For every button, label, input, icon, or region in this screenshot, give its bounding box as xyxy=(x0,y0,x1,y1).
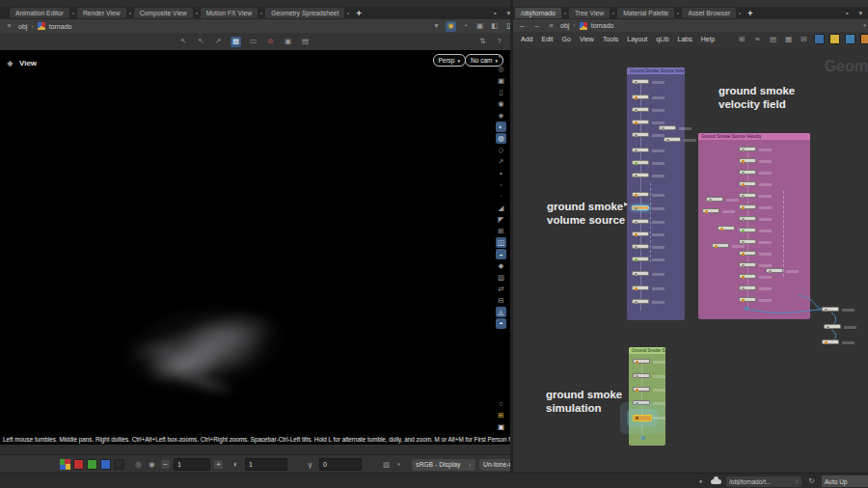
tab-composite-view[interactable]: Composite View xyxy=(134,8,193,18)
customize-toolbar-icon[interactable]: ⊞ xyxy=(737,34,747,44)
material-icon[interactable]: ▥ xyxy=(496,272,506,283)
channel-green-icon[interactable] xyxy=(87,459,97,470)
tab-tree-view[interactable]: Tree View xyxy=(569,8,610,18)
gamma-field[interactable]: 0 xyxy=(319,458,362,471)
breadcrumb-node[interactable]: tornado xyxy=(49,23,72,30)
tab-asset-browser[interactable]: Asset Browser xyxy=(682,8,736,18)
notes-icon[interactable] xyxy=(860,34,868,44)
tab-motion-fx-view[interactable]: Motion FX View xyxy=(201,8,258,18)
graph-node[interactable] xyxy=(739,181,756,186)
graph-node[interactable] xyxy=(633,359,650,364)
grid-snap-icon[interactable]: ⊟ xyxy=(799,34,809,44)
ghost-objects-icon[interactable]: ⊘ xyxy=(265,37,276,47)
info-icon[interactable]: ○ xyxy=(496,398,506,409)
auto-update-select[interactable]: Auto Up xyxy=(822,475,868,487)
camera-view-icon[interactable]: ▣ xyxy=(283,37,293,47)
tab-network-obj-tornado[interactable]: /obj/tornado xyxy=(515,8,561,18)
graph-node[interactable] xyxy=(632,148,649,152)
tab-animation-editor[interactable]: Animation Editor xyxy=(10,8,69,18)
graph-node[interactable] xyxy=(632,271,649,276)
graph-node[interactable] xyxy=(739,228,756,232)
graph-node[interactable] xyxy=(633,373,650,378)
select-mode-icon[interactable]: ↖ xyxy=(196,37,206,47)
graph-node[interactable] xyxy=(739,193,756,198)
graph-node[interactable] xyxy=(822,307,839,312)
primitive-normals-icon[interactable]: ◤ xyxy=(496,214,506,225)
gamma-icon[interactable]: γ xyxy=(305,459,315,470)
tab-material-palette[interactable]: Material Palette xyxy=(617,8,674,18)
graph-node[interactable] xyxy=(632,132,649,137)
graph-node[interactable]: × xyxy=(637,434,649,442)
graph-node[interactable] xyxy=(739,239,756,244)
graph-node[interactable] xyxy=(632,285,649,290)
channel-red-icon[interactable] xyxy=(73,459,84,470)
graph-node[interactable] xyxy=(632,160,649,165)
chevron-down-icon[interactable]: ▾ xyxy=(859,20,868,31)
graph-node[interactable] xyxy=(822,339,839,344)
brightness-icon[interactable]: ◉ xyxy=(147,459,157,470)
menu-labs[interactable]: Labs xyxy=(678,36,692,42)
graph-node[interactable] xyxy=(632,219,649,224)
graph-node[interactable] xyxy=(632,173,649,177)
tab-geometry-spreadsheet[interactable]: Geometry Spreadsheet xyxy=(265,8,344,18)
menu-tools[interactable]: Tools xyxy=(603,36,618,42)
menu-view[interactable]: View xyxy=(580,36,594,42)
graph-node[interactable] xyxy=(718,226,735,230)
graph-node[interactable] xyxy=(739,158,756,163)
tab-render-view[interactable]: Render View xyxy=(77,8,126,18)
graph-node[interactable] xyxy=(739,274,756,279)
graph-node[interactable] xyxy=(632,244,649,249)
normals-icon[interactable]: ↗ xyxy=(496,156,506,167)
graph-node[interactable] xyxy=(712,243,729,248)
graph-node[interactable]: × xyxy=(741,305,752,312)
graph-node[interactable] xyxy=(632,79,649,84)
graph-node[interactable] xyxy=(739,262,756,267)
pane-maximize-icon[interactable]: ▪ xyxy=(490,8,501,18)
contrast-field[interactable]: 1 xyxy=(245,458,287,471)
status-path-select[interactable]: /obj/tornado/t... ↕ xyxy=(726,476,801,487)
vertex-markers-icon[interactable]: ⊞ xyxy=(496,226,506,236)
graph-node[interactable] xyxy=(632,95,649,99)
ghost-other-objects-icon[interactable]: ◎ xyxy=(496,64,506,74)
graph-node[interactable] xyxy=(633,415,652,421)
graph-node[interactable] xyxy=(739,251,756,256)
history-icon[interactable]: ◔ xyxy=(460,21,471,32)
graph-node[interactable] xyxy=(739,285,756,290)
point-numbers-icon[interactable]: ∙ xyxy=(496,191,506,202)
linked-pane-icon[interactable]: ▣ xyxy=(475,21,485,32)
channel-rgb-icon[interactable] xyxy=(60,459,70,470)
graph-node[interactable] xyxy=(633,387,650,392)
snap-grid-icon[interactable]: ▦ xyxy=(231,37,241,47)
graph-node[interactable] xyxy=(702,208,719,213)
primitive-markers-icon[interactable]: ◢ xyxy=(496,203,506,213)
back-icon[interactable]: ← xyxy=(517,20,528,31)
message-log-icon[interactable] xyxy=(711,479,721,484)
view-tool-icon[interactable]: ↖ xyxy=(496,52,506,63)
snapshot-grid-icon[interactable]: ⊞ xyxy=(496,410,506,420)
lighting-icon[interactable]: ◒ xyxy=(496,249,506,259)
breadcrumb-node[interactable]: tornado xyxy=(591,22,614,29)
menu-qlib[interactable]: qLib xyxy=(656,36,668,42)
refresh-icon[interactable]: ↻ xyxy=(806,476,817,487)
graph-node[interactable] xyxy=(706,197,723,202)
camera-snapshot-icon[interactable]: ▣ xyxy=(496,421,506,432)
magnify-icon[interactable]: ◎ xyxy=(133,459,144,470)
point-markers-icon[interactable]: ▪ xyxy=(496,168,506,178)
graph-node[interactable] xyxy=(632,231,649,236)
tree-view-icon[interactable]: ≡ xyxy=(752,34,763,44)
culling-icon[interactable]: ◬ xyxy=(496,307,506,317)
pane-maximize-icon[interactable]: ▪ xyxy=(842,8,853,18)
favorites-icon[interactable]: ◉ xyxy=(446,21,456,32)
secure-selection-icon[interactable]: ↖ xyxy=(178,37,189,47)
graph-node[interactable] xyxy=(632,257,649,261)
axis-icon[interactable]: ⇄ xyxy=(496,284,506,294)
thumbnail-view-icon[interactable]: ▦ xyxy=(783,34,794,44)
menu-edit[interactable]: Edit xyxy=(541,36,553,42)
color-palette-icon[interactable] xyxy=(814,34,825,44)
handle-mode-icon[interactable]: ↗ xyxy=(213,37,224,47)
path-dropdown-icon[interactable]: ▾ xyxy=(431,21,442,32)
point-normals-icon[interactable]: ◦ xyxy=(496,179,506,190)
display-options-icon[interactable]: ◫ xyxy=(496,237,506,248)
graph-node[interactable] xyxy=(632,107,649,112)
sort-icon[interactable]: ⇅ xyxy=(477,37,488,47)
